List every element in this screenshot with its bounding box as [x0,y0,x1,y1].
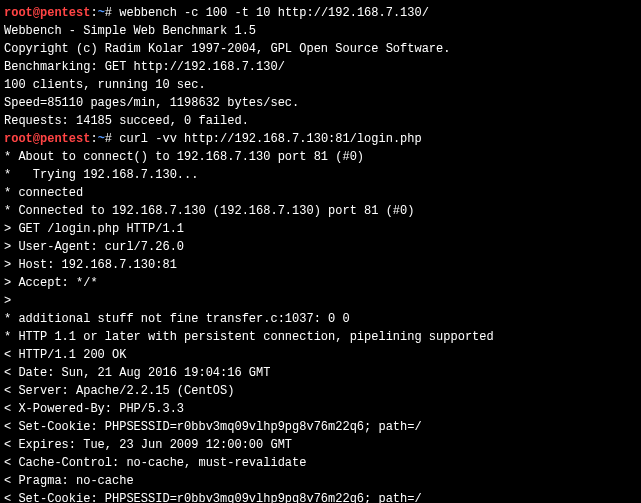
path: ~ [98,6,105,20]
output-line: > Accept: */* [4,274,637,292]
terminal-output: root@pentest:~# webbench -c 100 -t 10 ht… [4,4,637,503]
output-line: Benchmarking: GET http://192.168.7.130/ [4,58,637,76]
output-line: < Set-Cookie: PHPSESSID=r0bbv3mq09vlhp9p… [4,490,637,503]
command: curl -vv http://192.168.7.130:81/login.p… [119,132,421,146]
output-line: * additional stuff not fine transfer.c:1… [4,310,637,328]
hash: # [105,6,119,20]
at-sign: @ [33,6,40,20]
output-line: < Date: Sun, 21 Aug 2016 19:04:16 GMT [4,364,637,382]
command: webbench -c 100 -t 10 http://192.168.7.1… [119,6,429,20]
output-line: 100 clients, running 10 sec. [4,76,637,94]
output-line: Speed=85110 pages/min, 1198632 bytes/sec… [4,94,637,112]
output-line: * connected [4,184,637,202]
output-line: < X-Powered-By: PHP/5.3.3 [4,400,637,418]
output-line: > Host: 192.168.7.130:81 [4,256,637,274]
output-line: < HTTP/1.1 200 OK [4,346,637,364]
output-line: * Trying 192.168.7.130... [4,166,637,184]
output-line: < Cache-Control: no-cache, must-revalida… [4,454,637,472]
user: root [4,132,33,146]
output-line: < Set-Cookie: PHPSESSID=r0bbv3mq09vlhp9p… [4,418,637,436]
output-line: Copyright (c) Radim Kolar 1997-2004, GPL… [4,40,637,58]
output-line: > GET /login.php HTTP/1.1 [4,220,637,238]
output-line: * Connected to 192.168.7.130 (192.168.7.… [4,202,637,220]
output-line: > User-Agent: curl/7.26.0 [4,238,637,256]
at-sign: @ [33,132,40,146]
host: pentest [40,6,90,20]
output-line: Requests: 14185 succeed, 0 failed. [4,112,637,130]
user: root [4,6,33,20]
colon: : [90,132,97,146]
output-line: * About to connect() to 192.168.7.130 po… [4,148,637,166]
hash: # [105,132,119,146]
output-line: > [4,292,637,310]
host: pentest [40,132,90,146]
output-line: Webbench - Simple Web Benchmark 1.5 [4,22,637,40]
path: ~ [98,132,105,146]
prompt-line-1[interactable]: root@pentest:~# webbench -c 100 -t 10 ht… [4,4,637,22]
colon: : [90,6,97,20]
output-line: < Pragma: no-cache [4,472,637,490]
output-line: < Expires: Tue, 23 Jun 2009 12:00:00 GMT [4,436,637,454]
output-line: * HTTP 1.1 or later with persistent conn… [4,328,637,346]
prompt-line-2[interactable]: root@pentest:~# curl -vv http://192.168.… [4,130,637,148]
output-line: < Server: Apache/2.2.15 (CentOS) [4,382,637,400]
